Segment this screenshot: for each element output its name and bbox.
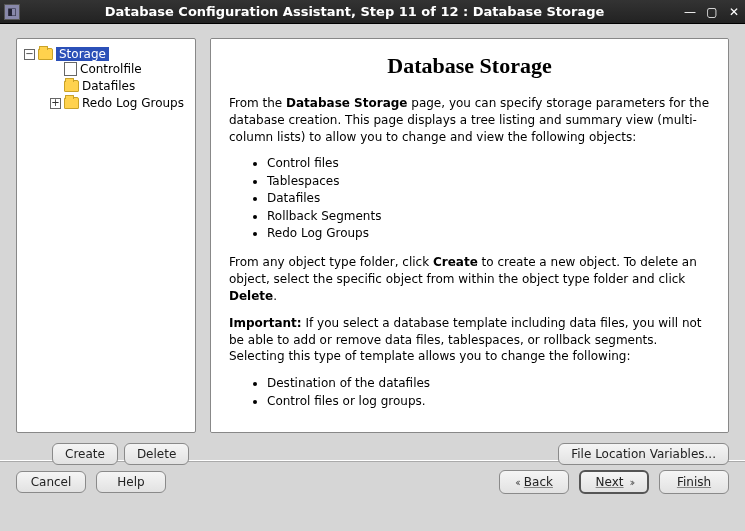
close-icon[interactable]: ✕ <box>727 5 741 19</box>
cancel-button[interactable]: Cancel <box>16 471 86 493</box>
info-panel: Database Storage From the Database Stora… <box>210 38 729 433</box>
collapse-icon[interactable]: − <box>24 49 35 60</box>
list-item: Destination of the datafiles <box>267 375 710 392</box>
folder-icon <box>64 97 79 109</box>
changeable-list: Destination of the datafiles Control fil… <box>229 375 710 410</box>
next-button[interactable]: Next ›› <box>579 470 649 494</box>
titlebar: ◧ Database Configuration Assistant, Step… <box>0 0 745 24</box>
tree-item-datafiles[interactable]: Datafiles <box>47 79 138 93</box>
tree-item-controlfile[interactable]: Controlfile <box>47 62 145 76</box>
back-button[interactable]: ‹‹ Back <box>499 470 569 494</box>
tree-label: Storage <box>56 47 109 61</box>
chevron-right-icon: ›› <box>630 476 633 489</box>
intro-paragraph: From the Database Storage page, you can … <box>229 95 710 145</box>
list-item: Rollback Segments <box>267 208 710 225</box>
tree-panel: − Storage Controlfile <box>16 38 196 433</box>
list-item: Datafiles <box>267 190 710 207</box>
expand-icon[interactable]: + <box>50 98 61 109</box>
folder-icon <box>64 80 79 92</box>
important-paragraph: Important: If you select a database temp… <box>229 315 710 365</box>
tree-label: Controlfile <box>80 62 142 76</box>
tree-item-storage[interactable]: − Storage <box>21 47 112 61</box>
spacer <box>50 64 61 75</box>
tree-label: Redo Log Groups <box>82 96 184 110</box>
delete-button[interactable]: Delete <box>124 443 189 465</box>
chevron-left-icon: ‹‹ <box>515 476 518 489</box>
content-area: − Storage Controlfile <box>0 24 745 459</box>
objects-list: Control files Tablespaces Datafiles Roll… <box>229 155 710 242</box>
window-title: Database Configuration Assistant, Step 1… <box>26 4 683 19</box>
spacer <box>50 80 61 91</box>
tree-item-redolog[interactable]: + Redo Log Groups <box>47 96 187 110</box>
file-icon <box>64 62 77 76</box>
page-heading: Database Storage <box>229 53 710 79</box>
list-item: Tablespaces <box>267 173 710 190</box>
minimize-icon[interactable]: — <box>683 5 697 19</box>
file-location-variables-button[interactable]: File Location Variables... <box>558 443 729 465</box>
list-item: Redo Log Groups <box>267 225 710 242</box>
footer-bar: Cancel Help ‹‹ Back Next ›› Finish <box>0 461 745 494</box>
list-item: Control files <box>267 155 710 172</box>
app-icon: ◧ <box>4 4 20 20</box>
window-controls: — ▢ ✕ <box>683 5 741 19</box>
maximize-icon[interactable]: ▢ <box>705 5 719 19</box>
folder-icon <box>38 48 53 60</box>
finish-button[interactable]: Finish <box>659 470 729 494</box>
tree-label: Datafiles <box>82 79 135 93</box>
help-button[interactable]: Help <box>96 471 166 493</box>
create-delete-paragraph: From any object type folder, click Creat… <box>229 254 710 304</box>
create-button[interactable]: Create <box>52 443 118 465</box>
list-item: Control files or log groups. <box>267 393 710 410</box>
